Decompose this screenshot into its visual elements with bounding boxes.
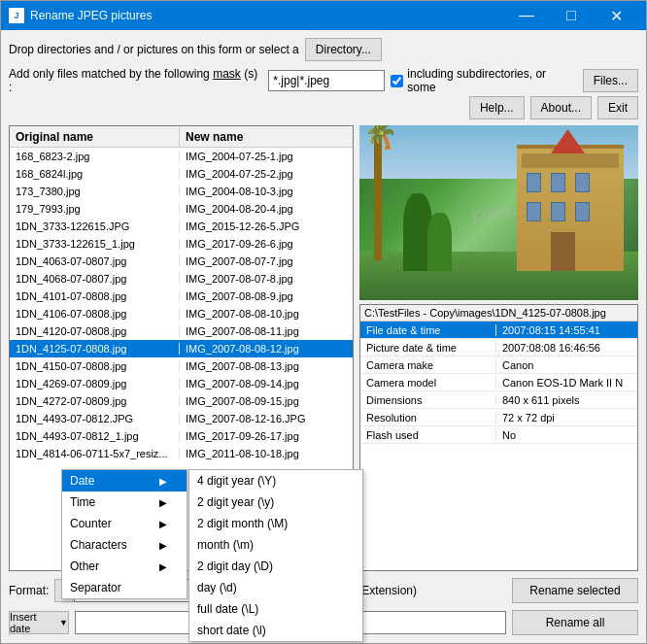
metadata-val: Canon EOS-1D Mark II N <box>496 377 637 389</box>
metadata-row: Picture date & time 2007:08:08 16:46:56 <box>360 339 637 356</box>
minimize-button[interactable]: — <box>504 1 549 30</box>
submenu-item[interactable]: day (\d) <box>189 577 362 598</box>
right-panel: 🌴 Files... C:\TestFiles - Copy\images\1D… <box>359 125 638 571</box>
file-new: IMG_2011-08-10-18.jpg <box>180 448 353 459</box>
maximize-button[interactable]: □ <box>549 1 594 30</box>
metadata-row: Flash used No <box>360 426 637 444</box>
submenu-arrow-icon: ▶ <box>159 540 167 551</box>
table-row[interactable]: 1DN_4814-06-0711-5x7_resiz... IMG_2011-0… <box>10 445 353 462</box>
metadata-key: Dimensions <box>360 394 496 406</box>
rename-selected-button[interactable]: Rename selected <box>512 578 638 603</box>
main-dropdown-menu[interactable]: Date▶Time▶Counter▶Characters▶Other▶Separ… <box>61 469 187 599</box>
metadata-val: 2007:08:08 16:46:56 <box>496 342 637 354</box>
table-row[interactable]: 1DN_4272-07-0809.jpg IMG_2007-08-09-15.j… <box>10 392 353 410</box>
metadata-val: No <box>496 429 637 441</box>
file-original: 179_7993.jpg <box>10 203 180 215</box>
tree2 <box>427 213 452 271</box>
table-row[interactable]: 1DN_4120-07-0808.jpg IMG_2007-08-08-11.j… <box>10 322 353 340</box>
metadata-path: C:\TestFiles - Copy\images\1DN_4125-07-0… <box>360 305 637 322</box>
metadata-key: Camera model <box>360 377 496 389</box>
metadata-row: Resolution 72 x 72 dpi <box>360 409 637 426</box>
rename-all-button[interactable]: Rename all <box>512 610 638 635</box>
menu-item[interactable]: Time▶ <box>62 491 187 513</box>
metadata-key: Flash used <box>360 429 496 441</box>
col-original: Original name <box>10 126 180 147</box>
submenu-item[interactable]: 2 digit year (\y) <box>189 491 362 513</box>
files-button[interactable]: Files... <box>583 69 638 92</box>
submenu-item-label: 2 digit year (\y) <box>197 495 274 509</box>
metadata-key: Resolution <box>360 412 496 424</box>
menu-item[interactable]: Counter▶ <box>62 513 187 534</box>
submenu-item[interactable]: short date (\l) <box>189 620 362 641</box>
file-new: IMG_2004-07-25-1.jpg <box>180 151 353 162</box>
help-button[interactable]: Help... <box>469 96 525 119</box>
table-row[interactable]: 1DN_3733-122615_1.jpg IMG_2017-09-26-6.j… <box>10 235 353 253</box>
table-row[interactable]: 1DN_4063-07-0807.jpg IMG_2007-08-07-7.jp… <box>10 253 353 270</box>
drop-text: Drop directories and / or pictures on th… <box>9 43 299 56</box>
menu-item[interactable]: Separator <box>62 577 187 598</box>
submenu-item-label: month (\m) <box>197 538 254 552</box>
close-button[interactable]: ✕ <box>594 1 638 30</box>
insert-date-arrow: ▼ <box>59 618 68 627</box>
mask-label: Add only files matched by the following … <box>9 67 262 94</box>
submenu-item[interactable]: 2 digit day (\D) <box>189 556 362 577</box>
table-row[interactable]: 1DN_4125-07-0808.jpg IMG_2007-08-08-12.j… <box>10 340 353 357</box>
file-original: 1DN_4101-07-0808.jpg <box>10 290 180 302</box>
submenu-item-label: day (\d) <box>197 581 237 594</box>
exit-button[interactable]: Exit <box>597 96 638 119</box>
submenu-item[interactable]: 4 digit year (\Y) <box>189 470 362 491</box>
sub-dropdown-menu[interactable]: 4 digit year (\Y)2 digit year (\y)2 digi… <box>188 469 363 642</box>
table-row[interactable]: 1DN_4106-07-0808.jpg IMG_2007-08-08-10.j… <box>10 305 353 322</box>
table-row[interactable]: 1DN_4269-07-0809.jpg IMG_2007-08-09-14.j… <box>10 375 353 392</box>
table-row[interactable]: 179_7993.jpg IMG_2004-08-20-4.jpg <box>10 200 353 218</box>
menu-item-label: Counter <box>70 517 112 530</box>
submenu-item-label: short date (\l) <box>197 624 266 637</box>
submenu-item[interactable]: 2 digit month (\M) <box>189 513 362 534</box>
subdirectories-checkbox[interactable] <box>391 75 403 87</box>
mask-row: Add only files matched by the following … <box>9 67 638 94</box>
table-row[interactable]: 173_7380.jpg IMG_2004-08-10-3.jpg <box>10 183 353 200</box>
table-row[interactable]: 1DN_4068-07-0807.jpg IMG_2007-08-07-8.jp… <box>10 270 353 288</box>
submenu-item[interactable]: full date (\L) <box>189 598 362 620</box>
file-original: 1DN_4125-07-0808.jpg <box>10 343 180 355</box>
table-row[interactable]: 1DN_3733-122615.JPG IMG_2015-12-26-5.JPG <box>10 218 353 235</box>
table-row[interactable]: 168_6823-2.jpg IMG_2004-07-25-1.jpg <box>10 148 353 165</box>
file-new: IMG_2007-08-08-13.jpg <box>180 360 353 372</box>
file-list-header: Original name New name <box>10 126 353 148</box>
menu-item[interactable]: Characters▶ <box>62 534 187 556</box>
file-new: IMG_2007-08-08-11.jpg <box>180 325 353 337</box>
table-row[interactable]: 1DN_4101-07-0808.jpg IMG_2007-08-08-9.jp… <box>10 288 353 305</box>
table-row[interactable]: 168_6824l.jpg IMG_2004-07-25-2.jpg <box>10 165 353 183</box>
file-original: 1DN_4150-07-0808.jpg <box>10 360 180 372</box>
table-row[interactable]: 1DN_4150-07-0808.jpg IMG_2007-08-08-13.j… <box>10 357 353 375</box>
file-new: IMG_2017-09-26-6.jpg <box>180 238 353 250</box>
file-original: 1DN_4493-07-0812_1.jpg <box>10 430 180 442</box>
file-new: IMG_2007-08-08-10.jpg <box>180 308 353 320</box>
directory-button[interactable]: Directory... <box>305 38 382 61</box>
file-original: 1DN_4269-07-0809.jpg <box>10 378 180 390</box>
table-row[interactable]: 1DN_4493-07-0812_1.jpg IMG_2017-09-26-17… <box>10 427 353 445</box>
metadata-key: File date & time <box>360 324 496 336</box>
file-new: IMG_2004-07-25-2.jpg <box>180 168 353 180</box>
file-new: IMG_2007-08-08-12.jpg <box>180 343 353 355</box>
file-original: 1DN_4493-07-0812.JPG <box>10 413 180 424</box>
subdirectories-checkbox-label[interactable]: including subdirectories, or some <box>391 67 576 94</box>
metadata-panel: C:\TestFiles - Copy\images\1DN_4125-07-0… <box>359 304 638 571</box>
submenu-item[interactable]: month (\m) <box>189 534 362 556</box>
window-title: Rename JPEG pictures <box>30 9 504 22</box>
insert-date-box[interactable]: Insert date ▼ <box>9 611 69 634</box>
title-buttons: — □ ✕ <box>504 1 638 30</box>
palm-leaves: 🌴 <box>362 125 400 153</box>
menu-item-label: Other <box>70 559 99 573</box>
mask-input[interactable] <box>268 70 385 91</box>
metadata-row: Dimensions 840 x 611 pixels <box>360 391 637 409</box>
about-button[interactable]: About... <box>530 96 592 119</box>
menu-item[interactable]: Other▶ <box>62 556 187 577</box>
menu-item[interactable]: Date▶ <box>62 470 187 491</box>
file-new: IMG_2007-08-07-7.jpg <box>180 255 353 267</box>
metadata-row: Camera model Canon EOS-1D Mark II N <box>360 374 637 391</box>
metadata-key: Camera make <box>360 359 496 371</box>
file-new: IMG_2007-08-12-16.JPG <box>180 413 353 424</box>
file-original: 168_6823-2.jpg <box>10 151 180 162</box>
table-row[interactable]: 1DN_4493-07-0812.JPG IMG_2007-08-12-16.J… <box>10 410 353 427</box>
